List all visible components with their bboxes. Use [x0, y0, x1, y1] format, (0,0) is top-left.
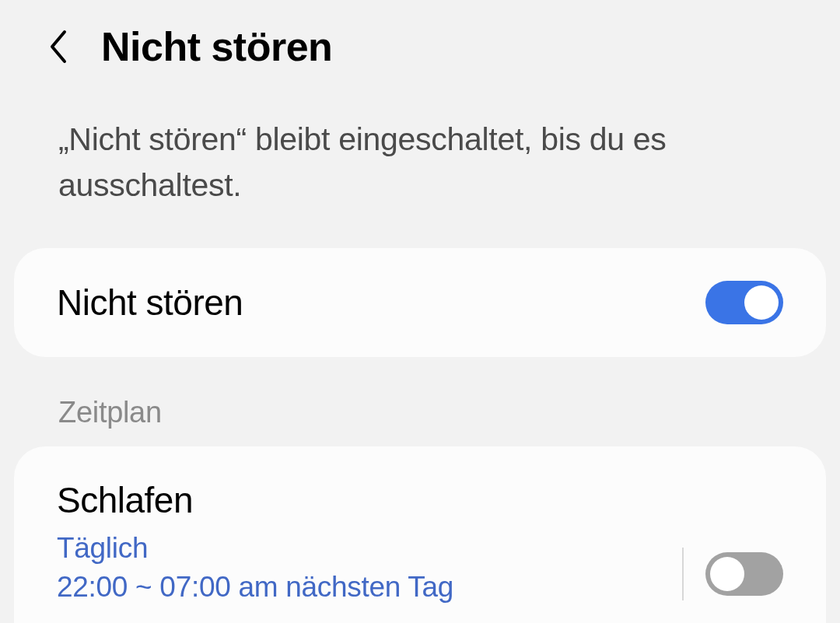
- schedule-controls: [682, 548, 783, 607]
- vertical-divider: [682, 548, 684, 600]
- description-text: „Nicht stören“ bleibt eingeschaltet, bis…: [0, 93, 840, 248]
- schedule-row[interactable]: Schlafen Täglich 22:00 ~ 07:00 am nächst…: [14, 446, 826, 623]
- schedule-frequency: Täglich: [57, 529, 682, 568]
- page-title: Nicht stören: [101, 23, 332, 70]
- schedule-section-label: Zeitplan: [0, 357, 840, 446]
- schedule-info: Schlafen Täglich 22:00 ~ 07:00 am nächst…: [57, 479, 682, 607]
- dnd-main-label: Nicht stören: [57, 282, 243, 324]
- dnd-main-toggle[interactable]: [705, 281, 783, 324]
- back-icon[interactable]: [43, 31, 74, 62]
- schedule-title: Schlafen: [57, 479, 682, 521]
- header: Nicht stören: [0, 0, 840, 93]
- dnd-main-row[interactable]: Nicht stören: [14, 248, 826, 357]
- schedule-toggle[interactable]: [705, 552, 783, 596]
- schedule-time: 22:00 ~ 07:00 am nächsten Tag: [57, 568, 682, 607]
